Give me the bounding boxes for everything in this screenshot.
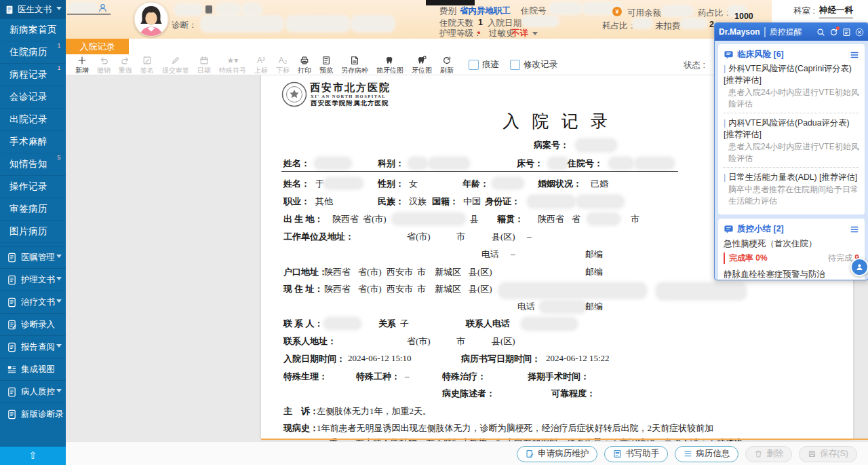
list-menu-icon[interactable]	[850, 50, 859, 60]
toolbar-button-undo[interactable]: 撤销	[93, 54, 115, 75]
sidebar-item-10[interactable]: 图片病历	[0, 221, 66, 243]
document-field-value: 市	[631, 213, 639, 225]
toolbar-button-tooth[interactable]: 牙位图	[408, 54, 436, 75]
sidebar-item-2[interactable]: 住院病历1	[0, 41, 66, 64]
qc-risk-item-title[interactable]: |日常生活能力量表(ADL) [推荐评估]	[724, 172, 859, 183]
sync-icon[interactable]	[829, 28, 838, 37]
sidebar-item-8[interactable]: 操作记录	[0, 176, 66, 198]
treatment-doc-icon	[7, 297, 17, 308]
sidebar-module-nursing-doc[interactable]: 护理文书	[0, 268, 66, 291]
qc-risk-item-desc: 患者入院24小时内应进行VTE初始风险评估	[728, 141, 859, 164]
toolbar-button-preview[interactable]: 预览	[315, 54, 337, 75]
document-field-label: 科别：	[378, 157, 404, 170]
sidebar-item-3[interactable]: 病程记录1	[0, 64, 66, 86]
record-info-button[interactable]: 病历信息	[675, 446, 738, 462]
sidebar-module-diagnosis-entry[interactable]: 诊断录入	[0, 313, 66, 335]
sidebar-item-9[interactable]: 审签病历	[0, 198, 66, 221]
patient-avatar[interactable]	[134, 1, 169, 37]
integrated-view-icon	[7, 365, 17, 375]
sidebar-item-4[interactable]: 会诊记录	[0, 86, 66, 109]
toolbar-button-special-symbol[interactable]: ★▾特殊符号	[215, 54, 250, 75]
writing-assistant-button[interactable]: 书写助手	[604, 446, 668, 462]
document-field-value: 省(市)	[358, 283, 382, 295]
list-menu-icon[interactable]	[850, 225, 859, 234]
trace-checkbox[interactable]	[469, 60, 479, 70]
toolbar-button-superscript[interactable]: A²上标	[250, 54, 272, 75]
assistant-avatar-button[interactable]	[850, 258, 868, 276]
sidebar-item-label: 住院病历	[9, 47, 47, 57]
sidebar-module-patient-qc[interactable]: 病人质控	[0, 380, 66, 403]
footer-button-label: 保存(S)	[820, 448, 848, 460]
patient-select-icon[interactable]	[98, 3, 108, 13]
toolbar-button-plus[interactable]: 新增	[71, 54, 93, 75]
sidebar-item-5[interactable]: 出院记录	[0, 109, 66, 131]
sidebar-collapse-button[interactable]: ⇧	[0, 447, 66, 465]
document-field-value: 省(市)	[358, 266, 382, 278]
document-field-value: 陕西省	[324, 283, 351, 295]
toolbar-button-label: 下标	[276, 67, 290, 74]
qc-risk-item-title[interactable]: |外科VTE风险评估(Caprini评分表) [推荐评估]	[724, 63, 859, 86]
toolbar-button-sign[interactable]: 签名	[136, 54, 158, 75]
sidebar-item-6[interactable]: 手术麻醉	[0, 131, 66, 153]
refresh-icon	[442, 56, 452, 66]
document-field-value: 新城区	[435, 283, 461, 295]
modify-record-checkbox[interactable]	[510, 60, 520, 70]
close-icon[interactable]	[855, 28, 864, 37]
sidebar-module-label: 护理文书	[21, 274, 55, 286]
save-button[interactable]: 保存(S)	[799, 446, 857, 462]
sidebar-module-orders[interactable]: 医嘱管理	[0, 246, 66, 268]
toolbar-button-redo[interactable]: 重做	[115, 54, 136, 75]
allergy-dropdown-icon[interactable]	[532, 30, 538, 39]
toolbar-button-label: 打印	[298, 67, 311, 74]
toolbar-button-print[interactable]: 打印	[294, 54, 315, 75]
qc-risk-item-title[interactable]: |内科VTE风险评估(Padua评分表) [推荐评估]	[724, 117, 859, 141]
report-view-icon	[7, 342, 17, 352]
sidebar-item-label: 知情告知	[9, 159, 47, 169]
mayson-panel-body: 临床风险 [6]|外科VTE风险评估(Caprini评分表) [推荐评估]患者入…	[715, 41, 868, 280]
sidebar-module-integrated-view[interactable]: 集成视图	[0, 358, 66, 380]
sidebar-item-7[interactable]: 知情告知5	[0, 153, 66, 176]
sidebar-module-new-diagnosis[interactable]: 新版诊断录	[0, 403, 66, 425]
tab-admission-record[interactable]: 入院记录	[66, 39, 129, 54]
report-icon[interactable]	[842, 28, 851, 37]
delete-button[interactable]: 删除	[745, 446, 792, 462]
document-field-value: 陕西省	[332, 213, 359, 225]
footer-button-label: 书写助手	[625, 448, 659, 460]
mayson-panel-header[interactable]: Dr.Mayson | 质控提醒	[715, 23, 868, 41]
redacted-value	[393, 214, 465, 224]
sidebar-module-treatment-doc[interactable]: 治疗文书	[0, 291, 66, 313]
sidebar-module-label: 新版诊断录	[21, 409, 64, 420]
sidebar-item-1[interactable]: 新病案首页	[0, 19, 66, 41]
document-field-value: 西安市	[387, 266, 413, 278]
toolbar-button-save-as[interactable]: 另存病种	[337, 54, 372, 75]
document-field-value: 电话	[517, 301, 535, 313]
qc-summary-item-title[interactable]: 静脉血栓栓塞症预警与防治	[724, 269, 859, 280]
fee-type-value[interactable]: 省内异地职工	[460, 5, 511, 17]
toolbar-button-refresh[interactable]: 刷新	[436, 54, 458, 75]
qc-section-icon	[724, 50, 734, 60]
document-field-label: 联系人地址：	[283, 335, 336, 348]
document-field-label: 工作单位及地址：	[283, 231, 354, 243]
chevron-down-icon	[56, 297, 62, 307]
app-menu[interactable]: 医生文书	[0, 0, 66, 19]
simple-tooth-icon	[385, 56, 395, 66]
diagnosis-label: 诊断：	[172, 20, 197, 31]
redacted-value	[325, 318, 360, 329]
qc-section-icon	[724, 224, 734, 234]
toolbar-button-submit-review[interactable]: 提交审签	[158, 54, 193, 75]
tooth-icon	[417, 56, 427, 66]
toolbar-button-calendar[interactable]: 日期	[193, 54, 215, 75]
sidebar-module-report-view[interactable]: 报告查阅	[0, 335, 66, 358]
redacted-value	[522, 318, 576, 329]
toolbar-button-subscript[interactable]: A₂下标	[272, 54, 294, 75]
document-field-value: 邮编	[585, 248, 603, 261]
redacted-value	[577, 196, 623, 207]
search-icon[interactable]	[816, 28, 825, 37]
mayson-qc-panel: Dr.Mayson | 质控提醒 临床风险 [6]|外科VTE风险评估(Ca	[714, 22, 868, 280]
consumable-ratio-label: 耗占比：	[602, 20, 636, 32]
record-maintain-button[interactable]: 申请病历维护	[517, 446, 597, 462]
allergy-value[interactable]: 不详	[511, 28, 528, 39]
footer-button-label: 申请病历维护	[538, 448, 589, 460]
toolbar-button-simple-tooth[interactable]: 简牙位图	[372, 54, 408, 75]
qc-summary-item-title[interactable]: 急性脑梗死（首次住院）	[724, 238, 859, 250]
